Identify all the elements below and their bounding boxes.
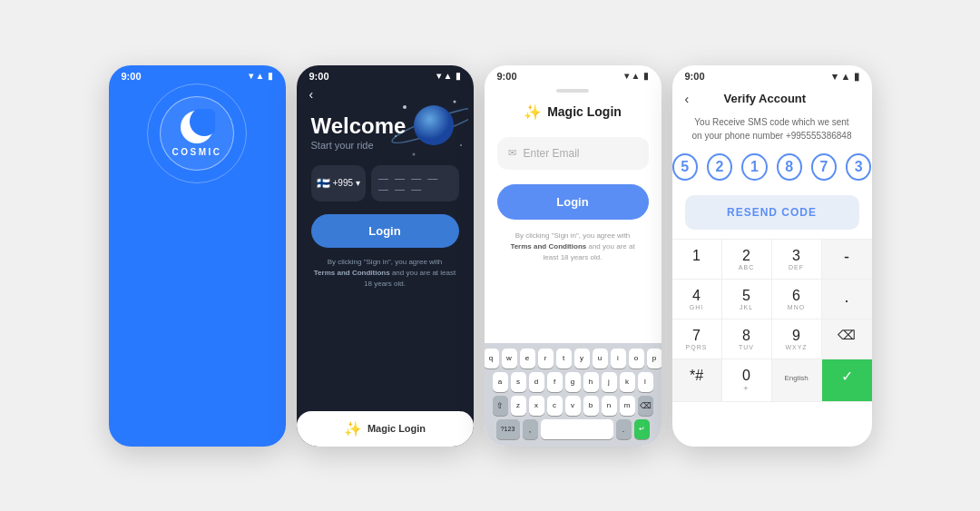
svg-point-5 bbox=[453, 100, 456, 103]
back-button-4[interactable]: ‹ bbox=[685, 92, 690, 106]
status-icons-1: ▾ ▲ ▮ bbox=[249, 71, 273, 81]
resend-code-button[interactable]: RESEND CODE bbox=[685, 195, 859, 230]
terms-link-3[interactable]: Terms and Conditions bbox=[510, 242, 586, 251]
email-placeholder: Enter Email bbox=[524, 147, 580, 160]
key-q[interactable]: q bbox=[485, 349, 499, 369]
key-f[interactable]: f bbox=[547, 372, 563, 392]
verify-description: You Receive SMS code which we sent on yo… bbox=[672, 112, 872, 153]
key-backspace[interactable]: ⌫ bbox=[638, 396, 653, 416]
country-selector[interactable]: 🇫🇮 +995 ▾ bbox=[311, 165, 367, 201]
magic-login-header: ✨ Magic Login bbox=[485, 103, 662, 121]
key-period[interactable]: . bbox=[616, 419, 632, 439]
numpad-key-confirm[interactable]: ✓ bbox=[822, 359, 872, 402]
verify-header: ‹ Verify Account bbox=[672, 84, 872, 112]
numpad-key-9[interactable]: 9WXYZ bbox=[772, 319, 822, 359]
signal-icon-3: ▲ bbox=[632, 71, 641, 81]
key-space[interactable] bbox=[541, 419, 613, 439]
key-n[interactable]: n bbox=[602, 396, 617, 416]
drag-handle bbox=[556, 89, 589, 93]
otp-digit-0: 5 bbox=[672, 153, 698, 181]
keyboard-row-2: a s d f g h j k l bbox=[488, 372, 658, 392]
key-t[interactable]: t bbox=[556, 349, 572, 369]
welcome-subtitle: Start your ride bbox=[311, 140, 459, 151]
numpad-key-6[interactable]: 6MNO bbox=[772, 280, 822, 319]
key-r[interactable]: r bbox=[538, 349, 554, 369]
time-2: 9:00 bbox=[309, 71, 329, 82]
numpad-key-period[interactable]: . bbox=[822, 280, 872, 319]
key-enter[interactable]: ↵ bbox=[634, 419, 650, 439]
key-s[interactable]: s bbox=[511, 372, 526, 392]
wifi-icon-3: ▾ bbox=[624, 71, 629, 81]
numpad-key-dash[interactable]: - bbox=[822, 240, 872, 280]
numpad-key-8[interactable]: 8TUV bbox=[722, 319, 772, 359]
email-input[interactable]: ✉ Enter Email bbox=[497, 137, 649, 170]
key-l[interactable]: l bbox=[638, 372, 653, 392]
welcome-title: Welcome bbox=[311, 114, 459, 138]
status-bar-2: 9:00 ▾ ▲ ▮ bbox=[297, 65, 474, 84]
magic-login-label-2[interactable]: Magic Login bbox=[368, 423, 426, 434]
key-numbers[interactable]: ?123 bbox=[496, 419, 520, 439]
key-b[interactable]: b bbox=[583, 396, 599, 416]
numpad-key-0[interactable]: 0+ bbox=[722, 359, 772, 402]
key-u[interactable]: u bbox=[593, 349, 608, 369]
key-g[interactable]: g bbox=[565, 372, 581, 392]
phone-input-row: 🇫🇮 +995 ▾ — — — — — — — bbox=[311, 165, 459, 201]
screen-splash: 9:00 ▾ ▲ ▮ COSMIC bbox=[109, 65, 286, 447]
terms-link-2[interactable]: Terms and Conditions bbox=[314, 269, 390, 277]
status-bar-3: 9:00 ▾ ▲ ▮ bbox=[485, 65, 662, 84]
magic-login-sheet: ✨ Magic Login bbox=[297, 411, 474, 447]
keyboard-row-1: q w e r t y u i o p bbox=[488, 349, 658, 369]
numpad-key-4[interactable]: 4GHI bbox=[672, 280, 722, 319]
signal-icon-4: ▲ bbox=[841, 71, 851, 82]
logo-container: COSMIC bbox=[109, 84, 286, 183]
numpad-key-1[interactable]: 1 bbox=[672, 240, 722, 280]
key-w[interactable]: w bbox=[502, 349, 517, 369]
key-x[interactable]: x bbox=[529, 396, 544, 416]
key-a[interactable]: a bbox=[493, 372, 508, 392]
key-y[interactable]: y bbox=[574, 349, 590, 369]
numpad-key-backspace[interactable]: ⌫ bbox=[822, 319, 872, 359]
key-h[interactable]: h bbox=[583, 372, 599, 392]
terms-prefix-2: By clicking "Sign in", you agree with bbox=[328, 258, 443, 266]
key-comma[interactable]: , bbox=[523, 419, 538, 439]
key-z[interactable]: z bbox=[511, 396, 526, 416]
status-bar-4: 9:00 ▾ ▲ ▮ bbox=[672, 65, 872, 84]
key-e[interactable]: e bbox=[520, 349, 535, 369]
key-j[interactable]: j bbox=[602, 372, 617, 392]
wifi-icon-2: ▾ bbox=[436, 71, 441, 81]
key-m[interactable]: m bbox=[620, 396, 635, 416]
login-button-dark[interactable]: Login bbox=[311, 214, 459, 248]
status-icons-4: ▾ ▲ ▮ bbox=[832, 71, 858, 83]
key-p[interactable]: p bbox=[647, 349, 662, 369]
key-k[interactable]: k bbox=[620, 372, 635, 392]
key-c[interactable]: c bbox=[547, 396, 563, 416]
time-3: 9:00 bbox=[497, 71, 517, 82]
numpad-key-7[interactable]: 7PQRS bbox=[672, 319, 722, 359]
keyboard: q w e r t y u i o p a s d f g h j k l bbox=[485, 343, 662, 447]
wifi-icon: ▾ bbox=[249, 71, 253, 81]
numpad-key-3[interactable]: 3DEF bbox=[772, 240, 822, 280]
numpad-key-2[interactable]: 2ABC bbox=[722, 240, 772, 280]
key-o[interactable]: o bbox=[629, 349, 644, 369]
status-icons-3: ▾ ▲ ▮ bbox=[624, 71, 649, 81]
otp-digit-3: 8 bbox=[777, 153, 802, 181]
status-icons-2: ▾ ▲ ▮ bbox=[436, 71, 461, 81]
key-v[interactable]: v bbox=[565, 396, 581, 416]
key-i[interactable]: i bbox=[611, 349, 626, 369]
key-shift[interactable]: ⇧ bbox=[493, 396, 508, 416]
keyboard-row-4: ?123 , . ↵ bbox=[488, 419, 658, 439]
login-button-blue[interactable]: Login bbox=[497, 184, 649, 220]
numpad-key-5[interactable]: 5JKL bbox=[722, 280, 772, 319]
screen2-content: Welcome Start your ride 🇫🇮 +995 ▾ — — — … bbox=[297, 105, 474, 299]
battery-icon: ▮ bbox=[268, 71, 273, 81]
otp-digit-1: 2 bbox=[707, 153, 732, 181]
magic-icon-2: ✨ bbox=[344, 420, 362, 437]
otp-digit-4: 7 bbox=[811, 153, 837, 181]
battery-icon-4: ▮ bbox=[854, 71, 859, 82]
phone-number-input[interactable]: — — — — — — — bbox=[371, 165, 458, 201]
screen-verify: 9:00 ▾ ▲ ▮ ‹ Verify Account You Receive … bbox=[672, 65, 872, 447]
flag-icon: 🇫🇮 bbox=[317, 177, 330, 190]
numpad-key-english[interactable]: English bbox=[772, 359, 822, 402]
numpad-key-starhash[interactable]: *# bbox=[672, 359, 722, 402]
key-d[interactable]: d bbox=[529, 372, 544, 392]
